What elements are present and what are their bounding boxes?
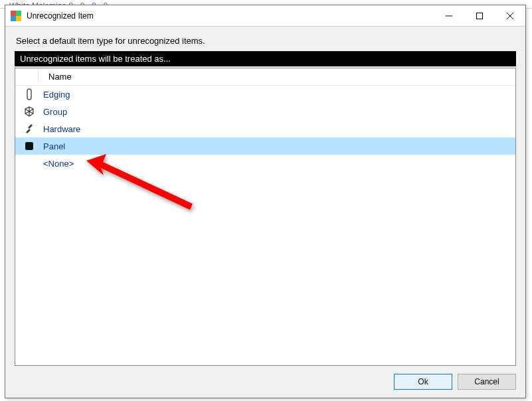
svg-rect-5 bbox=[477, 13, 483, 19]
list-item-label: Hardware bbox=[38, 124, 80, 134]
svg-rect-3 bbox=[16, 16, 21, 21]
list-item-hardware[interactable]: Hardware bbox=[15, 120, 515, 137]
svg-line-12 bbox=[29, 109, 33, 112]
svg-line-14 bbox=[25, 112, 29, 114]
list-item-panel[interactable]: Panel bbox=[15, 137, 515, 155]
section-header: Unrecognized items will be treated as... bbox=[15, 51, 516, 66]
svg-rect-2 bbox=[11, 16, 16, 21]
list-item-edging[interactable]: Edging bbox=[15, 86, 515, 103]
svg-line-11 bbox=[25, 109, 29, 112]
close-button[interactable] bbox=[495, 6, 525, 26]
list-rows: Edging Group bbox=[15, 86, 515, 172]
titlebar: Unrecognized Item bbox=[5, 5, 525, 27]
list-item-group[interactable]: Group bbox=[15, 103, 515, 120]
edging-icon bbox=[21, 88, 38, 100]
svg-rect-1 bbox=[16, 11, 21, 16]
svg-line-15 bbox=[29, 112, 33, 114]
instruction-text: Select a default item type for unrecogni… bbox=[16, 36, 516, 46]
group-icon bbox=[21, 106, 38, 118]
list-item-label: Edging bbox=[38, 90, 70, 100]
ok-button[interactable]: Ok bbox=[394, 374, 452, 390]
svg-rect-0 bbox=[11, 11, 16, 16]
svg-rect-16 bbox=[25, 142, 33, 150]
list-item-none[interactable]: <None> bbox=[15, 155, 515, 172]
maximize-button[interactable] bbox=[464, 6, 495, 26]
cancel-button[interactable]: Cancel bbox=[458, 374, 516, 390]
dialog-footer: Ok Cancel bbox=[5, 366, 525, 398]
list-item-label: Panel bbox=[38, 141, 65, 151]
hardware-icon bbox=[21, 123, 38, 134]
minimize-button[interactable] bbox=[434, 6, 464, 26]
dialog-title: Unrecognized Item bbox=[27, 11, 94, 21]
list-item-label: <None> bbox=[21, 159, 74, 169]
panel-icon bbox=[21, 141, 38, 151]
list-item-label: Group bbox=[38, 107, 67, 117]
unrecognized-item-dialog: Unrecognized Item Select a default item … bbox=[5, 5, 526, 398]
column-header-row[interactable]: Name bbox=[15, 68, 515, 86]
app-icon bbox=[11, 11, 21, 21]
item-list: Name Edging bbox=[15, 68, 516, 366]
svg-rect-8 bbox=[27, 89, 31, 100]
column-header-name: Name bbox=[43, 72, 77, 82]
dialog-content: Select a default item type for unrecogni… bbox=[5, 27, 525, 366]
